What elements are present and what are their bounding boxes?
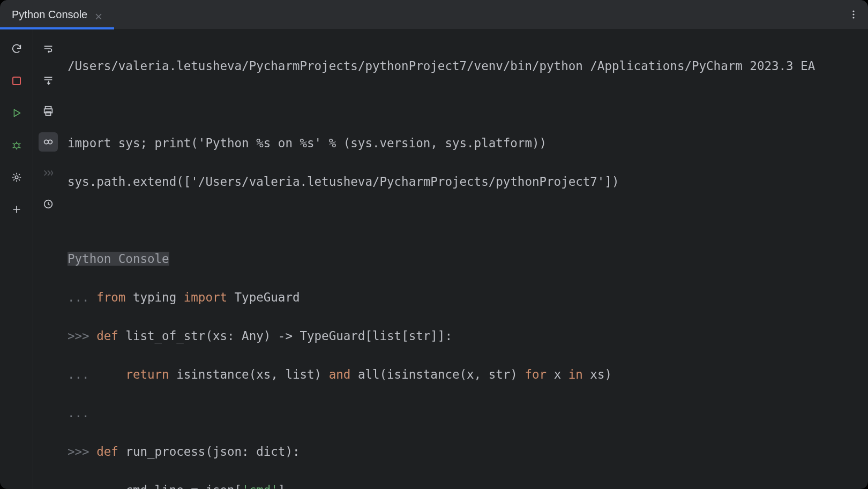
tab-python-console[interactable]: Python Console [0,0,114,29]
add-icon[interactable] [7,200,26,219]
console-line: ... return isinstance(xs, list) and all(… [68,365,864,384]
stop-icon[interactable] [7,71,26,91]
history-icon[interactable] [39,194,58,214]
console-line: >>> def run_process(json: dict): [68,442,864,461]
left-toolbar [0,29,33,489]
print-icon[interactable] [39,101,58,121]
svg-point-0 [852,10,854,12]
close-icon[interactable] [95,11,102,18]
svg-rect-7 [46,112,50,115]
console-output[interactable]: /Users/valeria.letusheva/PycharmProjects… [63,29,868,489]
console-line: ... cmd_line = json['cmd'] [68,480,864,489]
console-line: /Users/valeria.letusheva/PycharmProjects… [68,56,864,76]
run-icon[interactable] [7,103,26,123]
console-line: >>> def list_of_str(xs: Any) -> TypeGuar… [68,326,864,345]
debug-icon[interactable] [7,136,26,155]
console-line: ... from typing import TypeGuard [68,288,864,307]
rerun-icon[interactable] [7,39,26,58]
python-console-panel: Python Console [0,0,868,489]
svg-point-9 [48,140,52,144]
console-toolbar [33,29,63,489]
svg-point-3 [14,143,19,148]
console-line [68,95,864,114]
soft-wrap-icon[interactable] [39,39,58,58]
svg-point-8 [44,140,48,144]
tab-label: Python Console [12,9,87,21]
more-icon[interactable] [839,0,868,29]
console-line: import sys; print('Python %s on %s' % (s… [68,133,864,153]
svg-point-2 [852,17,854,18]
console-line: Python Console [68,249,864,268]
svg-point-4 [15,176,18,179]
tool-window-tabbar: Python Console [0,0,868,29]
scroll-to-end-icon[interactable] [39,70,58,89]
settings-icon[interactable] [7,168,26,187]
console-line: sys.path.extend(['/Users/valeria.letushe… [68,172,864,191]
console-line: ... [68,403,864,423]
console-line [68,210,864,230]
show-vars-icon[interactable] [39,132,58,152]
prompt-icon[interactable] [39,163,58,183]
svg-point-1 [852,13,854,15]
